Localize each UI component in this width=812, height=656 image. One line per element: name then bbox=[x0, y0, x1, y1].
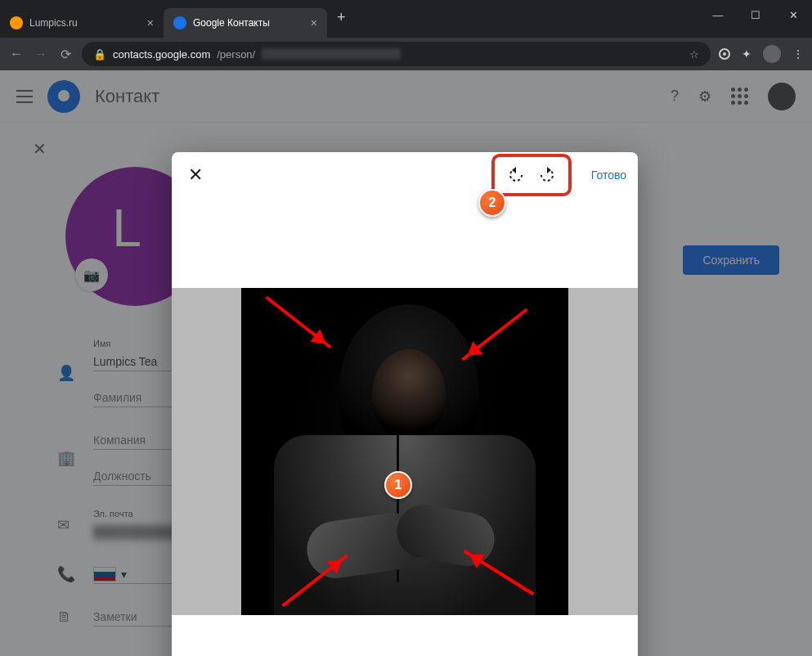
browser-tab-strip: Lumpics.ru × Google Контакты × + — ☐ ✕ bbox=[0, 0, 812, 38]
nav-forward-icon[interactable]: → bbox=[33, 47, 49, 61]
address-bar[interactable]: 🔒 contacts.google.com/person/ ☆ bbox=[82, 42, 711, 66]
favicon-contacts bbox=[173, 16, 186, 29]
new-tab-button[interactable]: + bbox=[327, 9, 356, 26]
rotate-left-icon bbox=[506, 165, 526, 185]
annotation-badge-1: 1 bbox=[384, 471, 412, 499]
url-path: /person/ bbox=[217, 48, 255, 61]
app-area: Контакт ? ⚙ ✕ L 📷 Сохранить 👤 Имя Lumpic… bbox=[0, 70, 812, 656]
browser-toolbar: ← → ⟳ 🔒 contacts.google.com/person/ ☆ ✦ … bbox=[0, 38, 812, 70]
dialog-header: ✕ Готово bbox=[172, 152, 638, 198]
crop-stage[interactable] bbox=[172, 288, 638, 615]
tab-title: Lumpics.ru bbox=[29, 17, 78, 29]
annotation-badge-2: 2 bbox=[478, 189, 506, 217]
browser-menu-icon[interactable]: ⋮ bbox=[792, 47, 804, 61]
crop-selection[interactable] bbox=[241, 288, 568, 615]
rotate-right-button[interactable] bbox=[532, 160, 562, 190]
window-close[interactable]: ✕ bbox=[774, 0, 812, 29]
done-button[interactable]: Готово bbox=[591, 168, 626, 182]
tab-title: Google Контакты bbox=[193, 17, 270, 29]
profile-avatar-icon[interactable] bbox=[763, 45, 781, 63]
window-controls: — ☐ ✕ bbox=[699, 0, 812, 29]
toolbar-right: ✦ ⋮ bbox=[719, 45, 804, 63]
favicon-lumpics bbox=[10, 16, 23, 29]
tab-close-icon[interactable]: × bbox=[311, 16, 317, 29]
url-host: contacts.google.com bbox=[113, 48, 210, 61]
annotation-arrow bbox=[461, 308, 527, 362]
tab-close-icon[interactable]: × bbox=[147, 16, 154, 29]
window-minimize[interactable]: — bbox=[699, 0, 737, 29]
browser-tab-lumpics[interactable]: Lumpics.ru × bbox=[0, 8, 164, 38]
window-maximize[interactable]: ☐ bbox=[737, 0, 774, 29]
nav-reload-icon[interactable]: ⟳ bbox=[57, 47, 74, 62]
media-indicator-icon[interactable] bbox=[719, 48, 730, 60]
nav-back-icon[interactable]: ← bbox=[8, 47, 25, 61]
crop-photo-dialog: ✕ Готово bbox=[172, 152, 638, 656]
url-obscured bbox=[262, 48, 401, 60]
lock-icon: 🔒 bbox=[93, 48, 106, 61]
extensions-icon[interactable]: ✦ bbox=[742, 47, 751, 61]
annotation-arrow bbox=[265, 296, 331, 349]
rotate-right-icon bbox=[537, 165, 557, 185]
rotate-controls-highlight bbox=[491, 154, 572, 196]
rotate-left-button[interactable] bbox=[501, 160, 531, 190]
bookmark-star-icon[interactable]: ☆ bbox=[689, 48, 699, 61]
browser-tab-contacts[interactable]: Google Контакты × bbox=[164, 8, 327, 38]
dialog-close-icon[interactable]: ✕ bbox=[183, 164, 208, 186]
